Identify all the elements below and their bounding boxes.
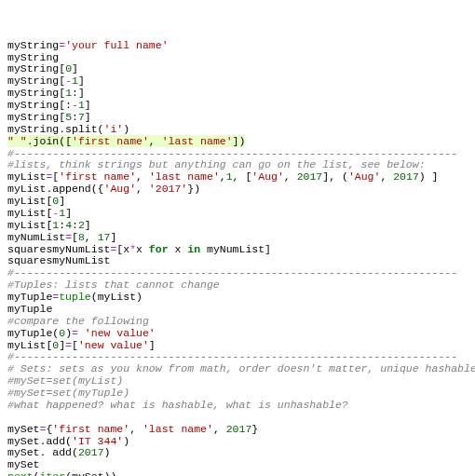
code-line: myString[:-1] — [7, 99, 91, 111]
code-line: squaresmyNumList — [7, 254, 110, 266]
comment-line: #Tuples: lists that cannot change — [7, 279, 220, 291]
code-line: myList.append({'Aug', '2017'}) — [7, 183, 200, 195]
code-line: myString.split('i') — [7, 123, 129, 135]
code-line: myTuple — [7, 303, 52, 315]
comment-line: #mySet=set(myList) — [7, 374, 123, 387]
code-block: myString='your full name' myString myStr… — [7, 40, 468, 476]
code-line: myString='your full name' — [7, 39, 169, 51]
code-line: myList[-1] — [7, 207, 72, 219]
code-line: myList[0]=['new value'] — [7, 339, 156, 351]
comment-line: #what happened? what is hashable, what i… — [7, 399, 348, 411]
blank-line — [7, 411, 14, 423]
code-line: mySet={'first name', 'last name', 2017} — [7, 423, 258, 435]
comment-line: #mySet=set(myTuple) — [7, 387, 129, 399]
code-line: myString[1:] — [7, 87, 85, 99]
code-line: myList[0] — [7, 195, 65, 207]
code-line: myList=['first name', 'last name',1, ['A… — [7, 170, 439, 183]
code-line: mySet — [7, 458, 40, 470]
comment-line: #---------------------------------------… — [7, 350, 457, 362]
comment-line: # Sets: sets as you know from math, orde… — [7, 362, 475, 374]
comment-line: #---------------------------------------… — [7, 266, 457, 279]
comment-line: #---------------------------------------… — [7, 147, 457, 159]
code-line: mySet.add('IT 344') — [7, 435, 129, 447]
code-line: myString — [7, 51, 59, 63]
comment-line: #lists, think strings but anything can g… — [7, 158, 426, 170]
code-line: myString[5:7] — [7, 111, 91, 123]
code-line: " ".join(['first name', 'last name']) — [7, 135, 245, 147]
code-line: myTuple=tuple(myList) — [7, 291, 142, 303]
code-line: next(iter(mySet)) — [7, 470, 116, 476]
code-line: myTuple(0)= 'new value' — [7, 327, 156, 339]
code-line: squaresmyNumList=[x*x for x in myNumList… — [7, 243, 271, 255]
code-line: myNumList=[8, 17] — [7, 231, 116, 243]
comment-line: #compare the following — [7, 315, 149, 327]
code-line: mySet. add(2017) — [7, 446, 110, 458]
code-line: myString[-1] — [7, 75, 85, 87]
code-line: myString[0] — [7, 62, 78, 75]
code-line: myList[1:4:2] — [7, 219, 91, 231]
